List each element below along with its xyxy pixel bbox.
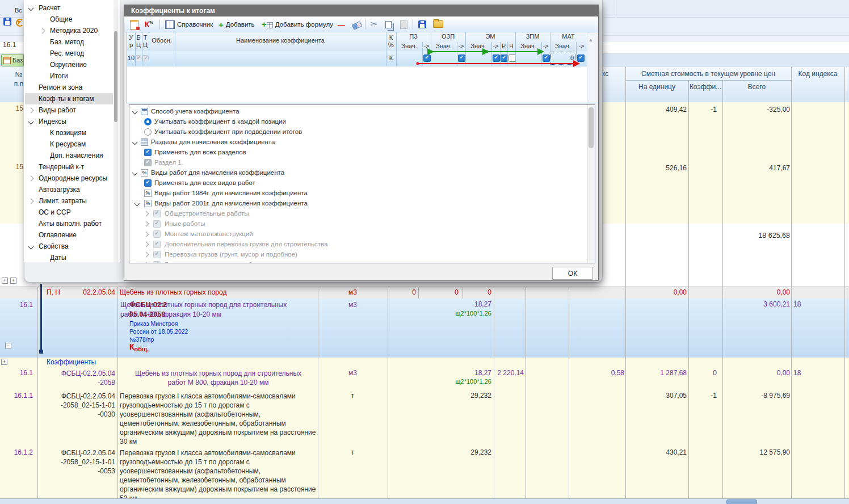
col-total-header: Всего [722,83,791,91]
per-unit-value: 430,21 [625,448,687,457]
coefficients-section-row[interactable] [0,358,849,368]
base-prices-button[interactable]: Баз [1,54,24,66]
tree-item[interactable]: Учитывать коэффициент при подведении ито… [154,128,302,136]
expand-icon[interactable] [10,278,16,284]
sidebar-item-os-i-ssr[interactable]: ОС и ССР [39,208,71,216]
chevron-down-icon[interactable] [28,6,34,11]
coefficient-row-10[interactable]: 10 К 0 [127,51,587,66]
position-box[interactable]: 16.1 [3,41,16,49]
all-sections-checkbox[interactable] [144,149,152,156]
sidebar-item-svoistva[interactable]: Свойства [39,242,69,250]
sidebar-item-region[interactable]: Регион и зона [39,83,82,91]
pz-arrow-checkbox[interactable] [423,54,431,62]
sidebar-item-k-resursam[interactable]: К ресурсам [50,140,86,148]
sidebar-item-avtozagruzka[interactable]: Автозагрузка [39,186,80,194]
tc-checkbox[interactable] [142,55,149,61]
open-button[interactable] [431,17,445,28]
dialog-titlebar[interactable]: Коэффициенты к итогам [124,5,598,16]
coef-value: -1 [688,106,717,114]
em-arrow-checkbox[interactable] [493,54,500,62]
add-button[interactable]: + Добавить [216,19,257,30]
sidebar-item-vidy-rabot[interactable]: Виды работ [39,106,76,114]
sidebar-item-k-poziciyam[interactable]: К позициям [50,129,86,137]
chevron-right-icon[interactable] [28,199,34,204]
tree-item[interactable]: Ремонтно-строительные работы [165,261,263,263]
bc-checkbox[interactable] [135,55,141,61]
sidebar-item-obschie[interactable]: Общие [50,15,72,23]
tree-item[interactable]: Учитывать коэффициент в каждой позиции [154,117,286,126]
collapse-icon[interactable] [5,343,11,349]
chevron-right-icon[interactable] [28,176,34,182]
sidebar-item-res-metod[interactable]: Рес. метод [50,49,84,57]
sidebar-item-metodika-2020[interactable]: Методика 2020 [50,27,98,35]
expand-icon[interactable] [1,359,7,365]
row-number: 16.1.1 [0,392,33,400]
copy-button[interactable] [383,19,394,30]
mat-arrow-checkbox[interactable] [577,54,585,62]
sidebar-item-oglavlenie[interactable]: Оглавление [39,231,77,239]
all-work-types-checkbox[interactable] [144,179,152,187]
tree-item[interactable]: Применять для всех разделов [154,148,246,157]
tree-scrollbar-thumb[interactable] [589,107,594,148]
sidebar-scrollbar-thumb[interactable] [114,31,117,122]
sidebar-item-itogi[interactable]: Итоги [50,72,68,80]
col-bc: Б Ц [135,34,142,49]
add-label: Добавить [226,21,255,28]
tree-item[interactable]: Общестроительные работы [165,209,249,218]
save-icon[interactable] [3,18,11,26]
col-index-code-header: Код индекса [791,70,844,78]
total-value: -325,00 [722,106,790,114]
save-button[interactable] [416,19,428,30]
tree-item[interactable]: Иные работы [165,220,205,228]
tree-item[interactable]: Дополнительная перевозка грузов для стро… [165,240,327,249]
chevron-right-icon[interactable] [28,108,34,114]
tree-item[interactable]: Виды работ 2001г. для начисления коэффиц… [154,199,308,208]
sidebar-item-odnorodnye[interactable]: Однородные ресурсы [39,174,107,182]
reference-button[interactable]: Справочник [163,19,215,30]
tree-item[interactable]: Монтаж металлоконструкций [165,230,253,238]
sidebar-item-koef-k-itogam[interactable]: Коэф-ты к итогам [39,95,94,103]
grid-scrollbar[interactable] [587,32,595,103]
sidebar-item-okruglenie[interactable]: Округление [50,61,87,69]
expand-icon[interactable] [2,278,8,284]
sidebar-item-limit-zatraty[interactable]: Лимит. затраты [39,197,87,205]
undo-icon[interactable] [16,19,24,27]
sidebar-item-dop-nachisleniya[interactable]: Доп. начисления [50,152,103,159]
sidebar-item-indeksy[interactable]: Индексы [39,117,66,125]
sidebar-item-tendernyi[interactable]: Тендерный к-т [39,163,84,171]
col-per-unit-header: На единицу [625,83,688,91]
radio-at-totals[interactable] [144,128,152,136]
tree-item[interactable]: Разделы для начисления коэффициента [151,138,275,146]
sidebar-item-daty[interactable]: Даты [50,254,66,262]
chevron-down-icon[interactable] [28,119,34,125]
parameters-form-button[interactable] [128,19,141,30]
index-code-value: 18 [793,369,801,377]
tree-item[interactable]: Способ учета коэффициента [151,107,239,116]
mat-value-cell[interactable]: 0 [550,52,575,65]
clear-button[interactable] [350,20,364,31]
k-percent-button[interactable]: К% [142,19,155,30]
tree-item[interactable]: Виды работ для начисления коэффициента [151,169,284,177]
ozp-arrow-checkbox[interactable] [458,54,465,62]
horizontal-scrollbar[interactable] [0,498,849,504]
add-formula-button[interactable]: + Добавить формулу [259,19,335,30]
zpm-arrow-checkbox[interactable] [543,54,550,62]
cut-button[interactable]: ✂ [368,18,380,30]
sidebar-item-baz-metod[interactable]: Баз. метод [50,38,84,46]
tree-item[interactable]: Перевозка грузов (грунт, мусор и подобно… [165,250,297,259]
total-value: 12 575,90 [722,448,790,457]
sidebar-item-raschet[interactable]: Расчет [39,4,60,12]
row-marker-square [39,350,43,354]
ok-button[interactable]: ОК [552,267,593,280]
row-number: 15 [0,163,23,171]
paste-button[interactable] [398,19,410,30]
scroll-up-icon[interactable] [589,33,593,44]
sidebar-item-akty[interactable]: Акты выполн. работ [39,220,102,228]
horizontal-scrollbar-thumb[interactable] [726,499,757,504]
radio-per-position[interactable] [144,118,152,125]
tree-item[interactable]: Применять для всех видов работ [154,179,255,187]
delete-button[interactable]: — [335,19,347,30]
tree-item[interactable]: Виды работ 1984г. для начисления коэффиц… [154,189,308,198]
chevron-right-icon[interactable] [40,28,45,34]
chevron-down-icon[interactable] [28,244,34,250]
